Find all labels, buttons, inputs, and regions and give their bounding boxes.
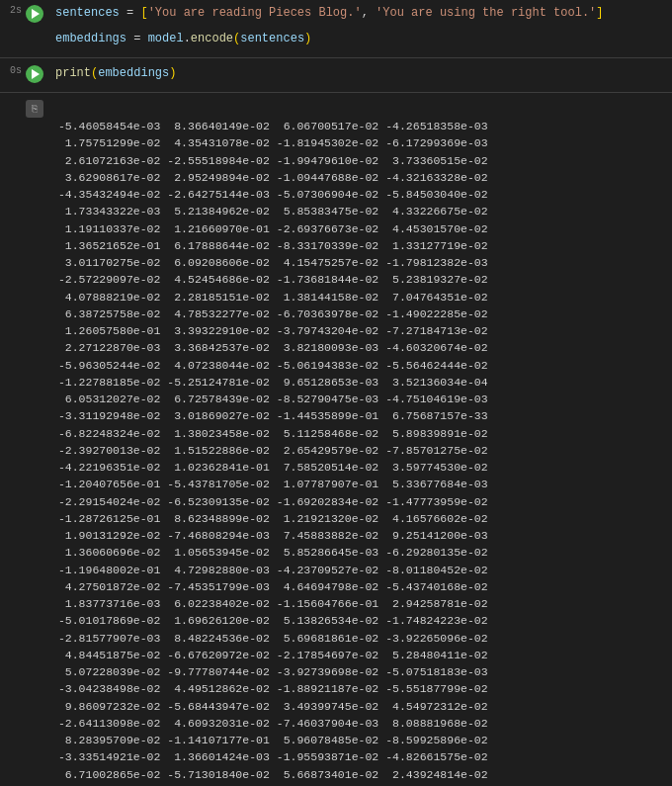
cell-1-code-line-2: embeddings = model.encode(sentences): [51, 28, 672, 49]
output-text-12: 1.26057580e-01 3.39322910e-02 -3.7974320…: [51, 322, 672, 339]
output-text-6: 1.19110337e-02 1.21660970e-01 -2.6937667…: [51, 220, 672, 237]
output-text-0: -5.46058454e-03 8.36640149e-02 6.0670051…: [51, 118, 672, 134]
output-text-24: 1.90131292e-02 -7.46808294e-03 7.4588388…: [51, 527, 672, 544]
output-line-27: 4.27501872e-02 -7.45351799e-03 4.6469479…: [0, 578, 672, 595]
cell-2-code-line-1: print(embeddings): [51, 62, 672, 84]
output-line-4: -4.35432494e-02 -2.64275144e-03 -5.07306…: [0, 186, 672, 203]
output-line-24: 1.90131292e-02 -7.46808294e-03 7.4588388…: [0, 527, 672, 544]
output-text-4: -4.35432494e-02 -2.64275144e-03 -5.07306…: [51, 186, 672, 203]
output-text-33: -3.04238498e-02 4.49512862e-02 -1.889211…: [51, 680, 672, 697]
output-copy-row: ⎘: [0, 99, 672, 118]
output-line-8: 3.01170275e-02 6.09208606e-02 4.15475257…: [0, 254, 672, 271]
output-text-34: 9.86097232e-02 -5.68443947e-02 3.4939974…: [51, 698, 672, 715]
output-line-19: -2.39270013e-02 1.51522886e-02 2.6542957…: [0, 442, 672, 459]
output-line-9: -2.57229097e-02 4.52454686e-02 -1.736818…: [0, 271, 672, 288]
output-line-25: 1.36060696e-02 1.05653945e-02 5.85286645…: [0, 544, 672, 561]
output-line-2: 2.61072163e-02 -2.55518984e-02 -1.994796…: [0, 152, 672, 169]
output-block: ⎘ -5.46058454e-03 8.36640149e-02 6.06700…: [0, 95, 672, 786]
output-line-28: 1.83773716e-03 6.02238402e-02 -1.1560476…: [0, 595, 672, 612]
output-line-7: 1.36521652e-01 6.17888644e-02 -8.3317033…: [0, 237, 672, 254]
output-text-19: -2.39270013e-02 1.51522886e-02 2.6542957…: [51, 442, 672, 459]
output-text-26: -1.19648002e-01 4.72982880e-03 -4.237095…: [51, 562, 672, 578]
cell-2-line-1: 0s print(embeddings): [0, 60, 672, 86]
output-line-26: -1.19648002e-01 4.72982880e-03 -4.237095…: [0, 562, 672, 578]
output-text-14: -5.96305244e-02 4.07238044e-02 -5.061943…: [51, 357, 672, 374]
output-text-35: -2.64113098e-02 4.60932031e-02 -7.460379…: [51, 715, 672, 732]
output-line-12: 1.26057580e-01 3.39322910e-02 -3.7974320…: [0, 322, 672, 339]
cell-1-run-button[interactable]: [26, 5, 43, 23]
output-line-34: 9.86097232e-02 -5.68443947e-02 3.4939974…: [0, 698, 672, 715]
output-text-38: 6.71002865e-02 -5.71301840e-02 5.6687340…: [51, 766, 672, 783]
output-line-32: 5.07228039e-02 -9.77780744e-02 -3.927396…: [0, 663, 672, 680]
output-line-29: -5.01017869e-02 1.69626120e-02 5.1382653…: [0, 612, 672, 629]
output-line-31: 4.84451875e-02 -6.67620972e-02 -2.178546…: [0, 647, 672, 663]
output-text-30: -2.81577907e-03 8.48224536e-02 5.6968186…: [51, 630, 672, 647]
output-line-23: -1.28726125e-01 8.62348899e-02 1.2192132…: [0, 510, 672, 527]
output-text-2: 2.61072163e-02 -2.55518984e-02 -1.994796…: [51, 152, 672, 169]
output-text-27: 4.27501872e-02 -7.45351799e-03 4.6469479…: [51, 578, 672, 595]
copy-output-button[interactable]: ⎘: [26, 100, 43, 118]
output-text-32: 5.07228039e-02 -9.77780744e-02 -3.927396…: [51, 663, 672, 680]
line-number-0s: 0s: [4, 64, 22, 78]
output-text-18: -6.82248324e-02 1.38023458e-02 5.1125846…: [51, 425, 672, 442]
output-line-21: -1.20407656e-01 -5.43781705e-02 1.077879…: [0, 476, 672, 492]
cell-2: 0s print(embeddings): [0, 60, 672, 93]
output-text-8: 3.01170275e-02 6.09208606e-02 4.15475257…: [51, 254, 672, 271]
output-line-18: -6.82248324e-02 1.38023458e-02 5.1125846…: [0, 425, 672, 442]
output-line-37: -3.33514921e-02 1.36601424e-03 -1.955938…: [0, 748, 672, 765]
output-line-1: 1.75751299e-02 4.35431078e-02 -1.8194530…: [0, 134, 672, 151]
output-text-31: 4.84451875e-02 -6.67620972e-02 -2.178546…: [51, 647, 672, 663]
cell-1-line-1: 2s sentences = ['You are reading Pieces …: [0, 0, 672, 26]
output-line-3: 3.62908617e-02 2.95249894e-02 -1.0944768…: [0, 169, 672, 186]
output-line-20: -4.22196351e-02 1.02362841e-01 7.5852051…: [0, 459, 672, 476]
output-text-1: 1.75751299e-02 4.35431078e-02 -1.8194530…: [51, 134, 672, 151]
output-line-5: 1.73343322e-03 5.21384962e-02 5.85383475…: [0, 203, 672, 219]
output-text-7: 1.36521652e-01 6.17888644e-02 -8.3317033…: [51, 237, 672, 254]
output-line-22: -2.29154024e-02 -6.52309135e-02 -1.69202…: [0, 493, 672, 510]
output-text-20: -4.22196351e-02 1.02362841e-01 7.5852051…: [51, 459, 672, 476]
output-line-13: 2.27122870e-03 3.36842537e-02 3.82180093…: [0, 339, 672, 356]
cell-1: 2s sentences = ['You are reading Pieces …: [0, 0, 672, 58]
output-text-22: -2.29154024e-02 -6.52309135e-02 -1.69202…: [51, 493, 672, 510]
output-line-10: 4.07888219e-02 2.28185151e-02 1.38144158…: [0, 289, 672, 306]
output-text-23: -1.28726125e-01 8.62348899e-02 1.2192132…: [51, 510, 672, 527]
output-copy-gutter: ⎘: [0, 99, 51, 118]
line-number-2s: 2s: [4, 4, 22, 18]
output-text-5: 1.73343322e-03 5.21384962e-02 5.85383475…: [51, 203, 672, 219]
output-line-16: 6.05312027e-02 6.72578439e-02 -8.5279047…: [0, 391, 672, 407]
output-text-3: 3.62908617e-02 2.95249894e-02 -1.0944768…: [51, 169, 672, 186]
output-line-11: 6.38725758e-02 4.78532277e-02 -6.7036397…: [0, 306, 672, 322]
cell-1-code-line-1: sentences = ['You are reading Pieces Blo…: [51, 2, 672, 24]
output-line-35: -2.64113098e-02 4.60932031e-02 -7.460379…: [0, 715, 672, 732]
output-text-37: -3.33514921e-02 1.36601424e-03 -1.955938…: [51, 748, 672, 765]
output-text-17: -3.31192948e-02 3.01869027e-02 -1.445358…: [51, 407, 672, 424]
output-line-30: -2.81577907e-03 8.48224536e-02 5.6968186…: [0, 630, 672, 647]
output-text-16: 6.05312027e-02 6.72578439e-02 -8.5279047…: [51, 391, 672, 407]
cell-1-gutter-2: [0, 28, 51, 47]
output-line-6: 1.19110337e-02 1.21660970e-01 -2.6937667…: [0, 220, 672, 237]
output-text-21: -1.20407656e-01 -5.43781705e-02 1.077879…: [51, 476, 672, 492]
cell-2-run-button[interactable]: [26, 65, 43, 83]
output-text-15: -1.22788185e-02 -5.25124781e-02 9.651286…: [51, 374, 672, 391]
cell-1-gutter: 2s: [0, 2, 51, 23]
cell-2-gutter: 0s: [0, 62, 51, 83]
code-editor: 2s sentences = ['You are reading Pieces …: [0, 0, 672, 786]
output-text-25: 1.36060696e-02 1.05653945e-02 5.85286645…: [51, 544, 672, 561]
output-line-14: -5.96305244e-02 4.07238044e-02 -5.061943…: [0, 357, 672, 374]
output-text-36: 8.28395709e-02 -1.14107177e-01 5.9607848…: [51, 732, 672, 748]
output-text-10: 4.07888219e-02 2.28185151e-02 1.38144158…: [51, 289, 672, 306]
output-text-28: 1.83773716e-03 6.02238402e-02 -1.1560476…: [51, 595, 672, 612]
output-line-17: -3.31192948e-02 3.01869027e-02 -1.445358…: [0, 407, 672, 424]
output-line-33: -3.04238498e-02 4.49512862e-02 -1.889211…: [0, 680, 672, 697]
output-line-36: 8.28395709e-02 -1.14107177e-01 5.9607848…: [0, 732, 672, 748]
output-text-29: -5.01017869e-02 1.69626120e-02 5.1382653…: [51, 612, 672, 629]
output-line-38: 6.71002865e-02 -5.71301840e-02 5.6687340…: [0, 766, 672, 783]
output-text-9: -2.57229097e-02 4.52454686e-02 -1.736818…: [51, 271, 672, 288]
output-line-0: -5.46058454e-03 8.36640149e-02 6.0670051…: [0, 118, 672, 134]
output-text-13: 2.27122870e-03 3.36842537e-02 3.82180093…: [51, 339, 672, 356]
cell-1-line-2: embeddings = model.encode(sentences): [0, 26, 672, 51]
output-line-15: -1.22788185e-02 -5.25124781e-02 9.651286…: [0, 374, 672, 391]
output-text-11: 6.38725758e-02 4.78532277e-02 -6.7036397…: [51, 306, 672, 322]
